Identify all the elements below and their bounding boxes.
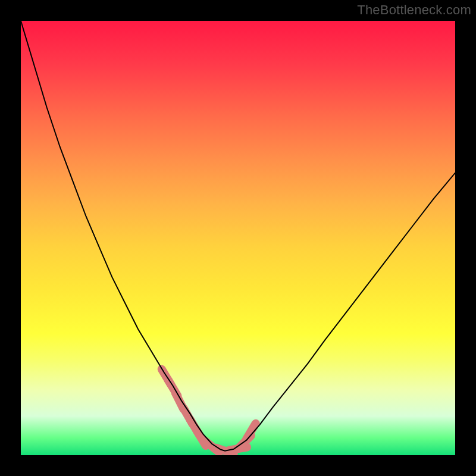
chart-svg <box>21 21 455 455</box>
curve-series <box>21 21 455 451</box>
watermark-text: TheBottleneck.com <box>357 2 471 18</box>
chart-area <box>21 21 455 455</box>
